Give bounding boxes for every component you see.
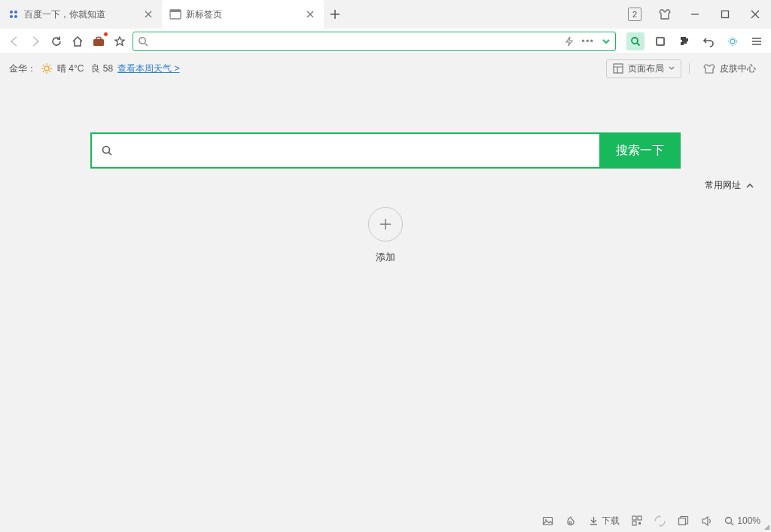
hamburger-menu-button[interactable]	[748, 33, 765, 50]
skin-center-button[interactable]: 皮肤中心	[697, 60, 762, 78]
tab-counter: 2	[628, 8, 641, 21]
svg-point-17	[103, 147, 110, 154]
svg-point-2	[10, 15, 13, 18]
search-icon	[101, 144, 113, 157]
download-button[interactable]: 下载	[589, 515, 620, 527]
quick-search-button[interactable]	[626, 32, 645, 50]
baidu-favicon-icon	[8, 8, 20, 20]
qrcode-button[interactable]	[632, 515, 642, 526]
address-bar[interactable]: •••	[133, 32, 616, 51]
window-controls: 2	[620, 0, 771, 29]
layout-label: 页面布局	[628, 62, 664, 75]
svg-point-3	[14, 15, 17, 18]
svg-point-26	[660, 524, 661, 526]
svg-point-14	[730, 39, 735, 44]
svg-point-20	[569, 521, 571, 524]
more-icon[interactable]: •••	[581, 35, 594, 47]
translate-button[interactable]	[654, 515, 666, 527]
main-search: 搜索一下	[90, 132, 681, 169]
toolbar: •••	[0, 29, 771, 54]
weather-link[interactable]: 查看本周天气 >	[117, 62, 179, 75]
extensions-button[interactable]	[676, 33, 693, 50]
quick-links-label: 常用网址	[705, 179, 741, 192]
zoom-control[interactable]: 100%	[724, 515, 760, 526]
undo-button[interactable]	[700, 33, 717, 50]
svg-rect-23	[632, 521, 636, 525]
wardrobe-icon[interactable]	[651, 2, 679, 26]
tab-baidu[interactable]: 百度一下，你就知道	[0, 0, 162, 29]
weather-text: 晴 4°C	[57, 62, 84, 75]
home-button[interactable]	[69, 33, 86, 50]
search-input[interactable]	[113, 144, 590, 157]
chevron-up-icon	[745, 182, 754, 190]
engine-dropdown-icon[interactable]	[602, 37, 611, 46]
svg-point-13	[729, 37, 737, 45]
multiwindow-button[interactable]	[678, 515, 689, 527]
shirt-icon	[703, 63, 715, 74]
tab-close-icon[interactable]	[304, 8, 316, 20]
resize-grip-icon[interactable]: ◢	[762, 523, 769, 530]
svg-rect-27	[679, 518, 686, 524]
search-box[interactable]	[90, 132, 599, 169]
window-close-button[interactable]	[741, 2, 769, 26]
refresh-alt-button[interactable]	[724, 33, 741, 50]
nav-forward-button[interactable]	[27, 33, 44, 50]
svg-point-9	[139, 37, 145, 43]
titlebar: 百度一下，你就知道 新标签页 2	[0, 0, 771, 29]
quick-links-toggle[interactable]: 常用网址	[705, 179, 754, 192]
reload-button[interactable]	[48, 33, 65, 50]
svg-rect-6	[722, 11, 729, 18]
newtab-favicon-icon	[169, 8, 181, 20]
screenshot-button[interactable]	[542, 515, 553, 527]
svg-rect-8	[96, 37, 101, 39]
skin-label: 皮肤中心	[720, 62, 756, 75]
zoom-value: 100%	[737, 515, 760, 526]
briefcase-button[interactable]	[90, 33, 107, 50]
layout-dropdown[interactable]: 页面布局	[606, 59, 681, 78]
toolbar-right	[620, 32, 765, 50]
speed-button[interactable]	[565, 515, 577, 527]
svg-point-15	[44, 66, 49, 71]
window-minimize-button[interactable]	[681, 2, 709, 26]
svg-point-10	[632, 38, 638, 44]
tab-strip: 百度一下，你就知道 新标签页	[0, 0, 346, 29]
addressbar-actions: •••	[565, 35, 611, 47]
sun-icon	[41, 62, 53, 74]
tab-counter-button[interactable]: 2	[620, 2, 649, 26]
svg-rect-22	[638, 516, 641, 520]
volume-button[interactable]	[701, 515, 712, 527]
svg-rect-24	[638, 522, 641, 524]
caret-down-icon	[669, 66, 675, 71]
svg-rect-18	[544, 517, 553, 524]
svg-point-28	[726, 517, 732, 523]
search-icon	[138, 36, 148, 47]
svg-rect-16	[614, 64, 623, 73]
city-label: 金华：	[9, 62, 36, 75]
quick-links-header: 常用网址	[0, 169, 771, 192]
search-button[interactable]: 搜索一下	[599, 132, 681, 169]
svg-point-25	[660, 515, 661, 517]
info-bar: 金华： 晴 4°C 良 58 查看本周天气 > 页面布局 皮肤中心	[0, 54, 771, 83]
newtab-content: 搜索一下 常用网址 添加	[0, 83, 771, 509]
divider	[689, 63, 690, 74]
add-tile-button[interactable]	[368, 207, 403, 242]
favorites-button[interactable]	[111, 33, 128, 50]
flash-icon[interactable]	[565, 36, 574, 47]
svg-rect-12	[657, 38, 663, 44]
air-quality-text: 良 58	[91, 62, 113, 75]
sidebar-button[interactable]	[652, 33, 669, 50]
tab-close-icon[interactable]	[142, 8, 154, 20]
window-maximize-button[interactable]	[711, 2, 739, 26]
svg-point-1	[14, 11, 17, 14]
svg-rect-7	[93, 39, 104, 46]
download-label: 下载	[602, 515, 620, 527]
add-tile: 添加	[368, 207, 403, 264]
tab-newtab[interactable]: 新标签页	[162, 0, 324, 29]
svg-rect-5	[170, 10, 181, 12]
new-tab-button[interactable]	[324, 0, 346, 29]
svg-rect-21	[632, 516, 636, 520]
status-bar: 下载 100%	[0, 509, 771, 532]
nav-back-button[interactable]	[6, 33, 23, 50]
add-tile-label: 添加	[376, 251, 395, 264]
search-button-label: 搜索一下	[616, 143, 664, 159]
